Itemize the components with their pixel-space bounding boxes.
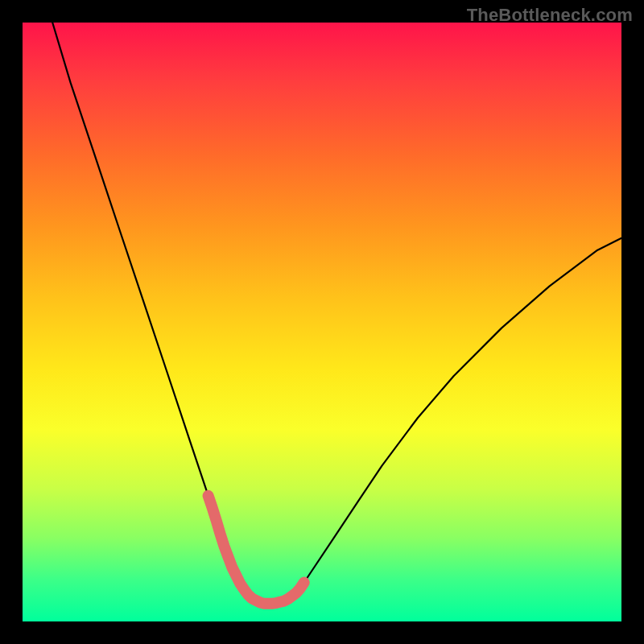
chart-container: TheBottleneck.com — [0, 0, 644, 644]
bottleneck-curve-highlight — [208, 496, 304, 604]
plot-area — [23, 23, 621, 621]
watermark: TheBottleneck.com — [467, 5, 633, 26]
bottleneck-curve — [52, 23, 621, 604]
chart-svg — [23, 23, 621, 621]
